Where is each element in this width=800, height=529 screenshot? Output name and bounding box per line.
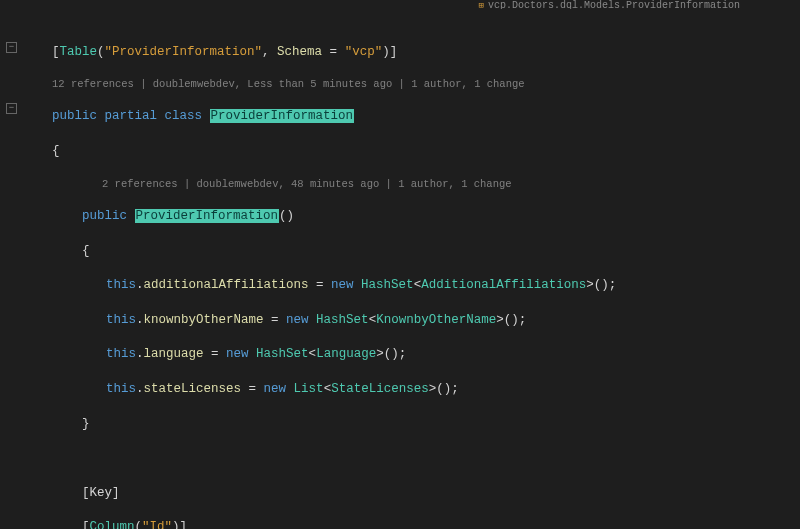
attr-table: [Table("ProviderInformation", Schema = "…	[34, 44, 800, 61]
codelens-class[interactable]: 12 references | doublemwebdev, Less than…	[34, 78, 800, 91]
fold-toggle-ctor[interactable]: −	[6, 103, 17, 114]
codelens-ctor[interactable]: 2 references | doublemwebdev, 48 minutes…	[34, 178, 800, 191]
tab-label[interactable]: vcp.Doctors.dql.Models.ProviderInformati…	[488, 0, 740, 9]
code-editor[interactable]: − − [Table("ProviderInformation", Schema…	[0, 9, 800, 529]
attr-key: [Key]	[34, 485, 800, 502]
brace: {	[34, 243, 800, 260]
ctor-line: this.knownbyOtherName = new HashSet<Know…	[34, 312, 800, 329]
class-name-highlight: ProviderInformation	[210, 109, 355, 123]
brace: }	[34, 416, 800, 433]
ctor-decl: public ProviderInformation()	[34, 208, 800, 225]
ctor-line: this.additionalAffiliations = new HashSe…	[34, 277, 800, 294]
tab-bar: ⊞ vcp.Doctors.dql.Models.ProviderInforma…	[0, 0, 800, 9]
fold-toggle-class[interactable]: −	[6, 42, 17, 53]
class-decl: public partial class ProviderInformation	[34, 108, 800, 125]
cs-file-icon: ⊞	[479, 0, 484, 9]
brace: {	[34, 143, 800, 160]
gutter: − −	[0, 9, 28, 529]
blank-line	[34, 450, 800, 467]
attr-col: [Column("Id")]	[34, 519, 800, 529]
code-area[interactable]: [Table("ProviderInformation", Schema = "…	[28, 9, 800, 529]
ctor-line: this.stateLicenses = new List<StateLicen…	[34, 381, 800, 398]
ctor-line: this.language = new HashSet<Language>();	[34, 346, 800, 363]
